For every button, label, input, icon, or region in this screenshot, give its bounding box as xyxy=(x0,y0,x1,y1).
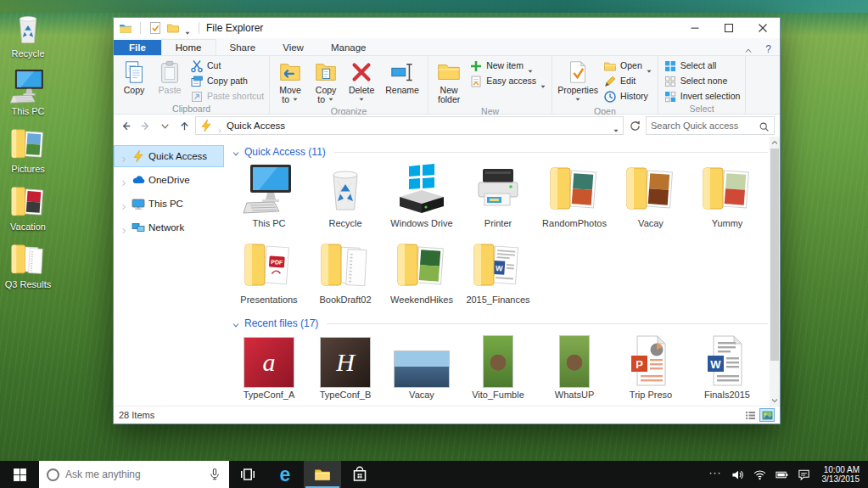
file-item[interactable]: This PC xyxy=(231,162,307,228)
back-button[interactable] xyxy=(117,117,134,134)
tab-manage[interactable]: Manage xyxy=(317,40,380,55)
scroll-down-arrow-icon[interactable] xyxy=(770,395,780,406)
taskbar-search[interactable] xyxy=(39,461,229,488)
desktop-icon[interactable]: Vacation xyxy=(2,183,54,232)
delete-button[interactable]: Delete xyxy=(344,58,378,106)
file-item[interactable]: a TypeConf_A xyxy=(231,334,307,400)
search-input[interactable] xyxy=(651,121,759,131)
expand-chevron-icon[interactable] xyxy=(120,176,128,184)
maximize-button[interactable] xyxy=(712,18,746,38)
expand-chevron-icon[interactable] xyxy=(120,223,128,232)
volume-icon[interactable] xyxy=(731,468,744,481)
copy-button[interactable]: Copy xyxy=(117,58,151,97)
nav-item[interactable]: Quick Access xyxy=(114,145,224,167)
file-item[interactable]: Vacay xyxy=(384,334,460,400)
thumbnail-view-button[interactable] xyxy=(759,408,775,422)
file-item[interactable]: WhatsUP xyxy=(536,334,613,400)
section-header-quick-access[interactable]: Quick Access (11) xyxy=(231,143,768,160)
file-item[interactable]: RandomPhotos xyxy=(536,162,613,228)
file-item[interactable]: P Trip Preso xyxy=(613,334,689,400)
ribbon-group-clipboard: Copy Paste Cut Copy path xyxy=(114,56,270,114)
desktop: Recycle This PC Pictures Vacation Q3 Res… xyxy=(0,0,868,488)
desktop-icon[interactable]: Recycle xyxy=(2,10,54,59)
store-button[interactable] xyxy=(341,461,378,488)
address-dropdown-chevron-icon[interactable] xyxy=(613,122,619,129)
start-button[interactable] xyxy=(0,461,39,488)
refresh-button[interactable] xyxy=(626,117,643,134)
folder-photo-icon xyxy=(699,162,755,216)
rename-button[interactable]: Rename xyxy=(380,58,424,97)
new-folder-shortcut-icon[interactable] xyxy=(166,21,180,35)
new-folder-button[interactable]: New folder xyxy=(432,58,466,106)
file-item[interactable]: H TypeConf_B xyxy=(307,334,384,400)
microphone-icon[interactable] xyxy=(208,468,221,481)
close-button[interactable] xyxy=(746,18,780,38)
task-view-button[interactable] xyxy=(229,461,266,488)
file-item[interactable]: BookDraft02 xyxy=(307,238,384,305)
properties-shortcut-icon[interactable] xyxy=(148,21,162,35)
details-view-button[interactable] xyxy=(742,408,758,422)
file-item[interactable]: W Finals2015 xyxy=(689,334,765,400)
recent-locations-chevron-icon[interactable] xyxy=(156,117,173,134)
cut-button[interactable]: Cut xyxy=(188,59,266,73)
ribbon-tabstrip: File Home Share View Manage ? xyxy=(114,38,780,56)
edit-button[interactable]: Edit xyxy=(602,74,654,88)
new-item-button[interactable]: New item xyxy=(468,59,548,73)
desktop-icon[interactable]: Pictures xyxy=(2,126,54,174)
desktop-icon[interactable]: Q3 Results xyxy=(2,241,54,289)
taskbar-clock[interactable]: 10:00 AM 3/13/2015 xyxy=(820,465,860,485)
paste-button[interactable]: Paste xyxy=(153,58,187,97)
file-item[interactable]: WeekendHikes xyxy=(384,238,460,305)
divider xyxy=(334,152,768,153)
file-item[interactable]: Printer xyxy=(460,162,536,228)
minimize-button[interactable] xyxy=(678,18,712,38)
tray-overflow-icon[interactable]: ··· xyxy=(709,467,722,479)
file-item[interactable]: Yummy xyxy=(689,162,765,228)
file-item[interactable]: Windows Drive xyxy=(384,162,460,228)
paste-shortcut-button[interactable]: Paste shortcut xyxy=(188,89,266,104)
file-item[interactable]: PDF Presentations xyxy=(231,238,307,305)
nav-item[interactable]: OneDrive xyxy=(114,169,224,191)
file-item[interactable]: W 2015_Finances xyxy=(460,238,536,305)
open-button[interactable]: Open xyxy=(602,59,654,73)
history-button[interactable]: History xyxy=(602,89,654,104)
wifi-icon[interactable] xyxy=(753,468,766,481)
qat-customize-chevron-icon[interactable] xyxy=(184,25,191,31)
copy-path-button[interactable]: Copy path xyxy=(188,74,266,88)
taskbar-search-input[interactable] xyxy=(65,468,202,480)
select-none-button[interactable]: Select none xyxy=(662,74,742,88)
copy-to-button[interactable]: Copy to xyxy=(309,58,343,106)
battery-icon[interactable] xyxy=(776,468,788,481)
properties-button[interactable]: Properties xyxy=(556,58,600,106)
section-header-recent-files[interactable]: Recent files (17) xyxy=(231,315,768,332)
file-item[interactable]: Vito_Fumble xyxy=(460,334,536,400)
tab-home[interactable]: Home xyxy=(161,39,216,55)
select-all-button[interactable]: Select all xyxy=(662,59,742,73)
file-item[interactable]: Vacay xyxy=(613,162,689,228)
edge-button[interactable]: e xyxy=(266,461,304,488)
file-item[interactable]: Recycle xyxy=(307,162,384,228)
up-button[interactable] xyxy=(176,117,193,134)
invert-selection-button[interactable]: Invert selection xyxy=(662,89,742,104)
vertical-scrollbar[interactable] xyxy=(770,137,780,406)
scroll-up-arrow-icon[interactable] xyxy=(770,137,780,148)
expand-chevron-icon[interactable] xyxy=(120,152,128,160)
move-to-icon xyxy=(277,59,303,85)
tab-file[interactable]: File xyxy=(114,40,161,55)
scrollbar-thumb[interactable] xyxy=(770,149,779,361)
file-explorer-taskbar-button[interactable] xyxy=(304,461,341,488)
expand-chevron-icon[interactable] xyxy=(120,199,128,208)
move-to-button[interactable]: Move to xyxy=(273,58,307,106)
easy-access-button[interactable]: Easy access xyxy=(468,74,548,88)
collapse-ribbon-icon[interactable] xyxy=(743,44,753,54)
nav-item[interactable]: This PC xyxy=(114,193,224,215)
paste-icon xyxy=(157,59,182,85)
nav-item[interactable]: Network xyxy=(114,216,224,238)
tab-view[interactable]: View xyxy=(269,40,317,55)
action-center-icon[interactable] xyxy=(798,468,810,481)
desktop-icon[interactable]: This PC xyxy=(2,68,54,116)
address-box[interactable]: Quick Access xyxy=(195,116,624,135)
tab-share[interactable]: Share xyxy=(216,40,270,55)
forward-button[interactable] xyxy=(137,117,154,134)
help-icon[interactable]: ? xyxy=(765,43,771,55)
